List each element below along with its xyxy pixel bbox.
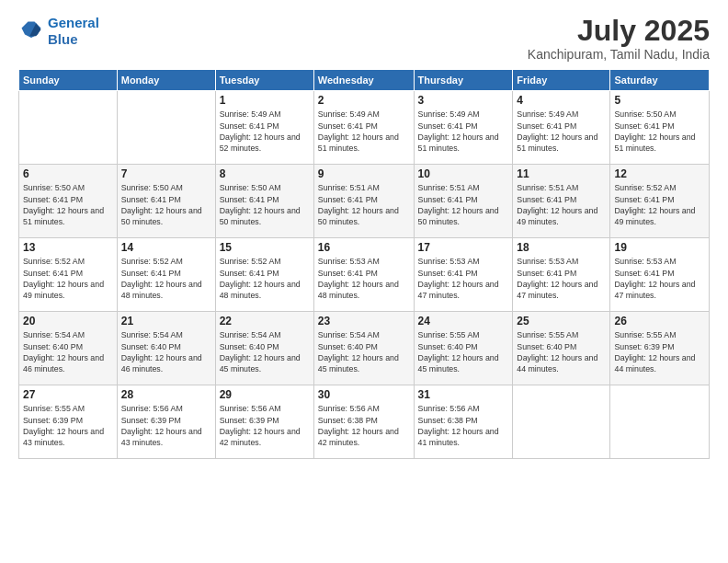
logo-line1: General (48, 15, 99, 30)
logo: General Blue (18, 15, 99, 48)
calendar-cell: 22Sunrise: 5:54 AMSunset: 6:40 PMDayligh… (215, 312, 313, 385)
logo-icon (18, 18, 44, 44)
col-saturday: Saturday (610, 70, 710, 91)
cell-info: Sunrise: 5:51 AMSunset: 6:41 PMDaylight:… (418, 182, 509, 227)
cell-info: Sunrise: 5:50 AMSunset: 6:41 PMDaylight:… (121, 182, 211, 227)
cell-info: Sunrise: 5:50 AMSunset: 6:41 PMDaylight:… (23, 182, 113, 227)
calendar-cell: 20Sunrise: 5:54 AMSunset: 6:40 PMDayligh… (19, 312, 118, 385)
col-tuesday: Tuesday (215, 70, 313, 91)
calendar-cell: 11Sunrise: 5:51 AMSunset: 6:41 PMDayligh… (513, 165, 610, 238)
calendar-cell: 23Sunrise: 5:54 AMSunset: 6:40 PMDayligh… (313, 312, 414, 385)
day-number: 12 (614, 167, 705, 180)
cell-info: Sunrise: 5:56 AMSunset: 6:39 PMDaylight:… (121, 403, 211, 448)
col-wednesday: Wednesday (313, 70, 414, 91)
calendar-cell: 29Sunrise: 5:56 AMSunset: 6:39 PMDayligh… (215, 385, 313, 459)
cell-info: Sunrise: 5:50 AMSunset: 6:41 PMDaylight:… (614, 109, 705, 154)
calendar-week-row: 1Sunrise: 5:49 AMSunset: 6:41 PMDaylight… (19, 91, 710, 165)
day-number: 7 (121, 167, 211, 180)
day-number: 11 (517, 167, 606, 180)
day-number: 30 (318, 388, 410, 401)
cell-info: Sunrise: 5:49 AMSunset: 6:41 PMDaylight:… (220, 109, 310, 154)
calendar-cell: 1Sunrise: 5:49 AMSunset: 6:41 PMDaylight… (215, 91, 313, 165)
cell-info: Sunrise: 5:56 AMSunset: 6:39 PMDaylight:… (220, 403, 310, 448)
calendar-cell: 7Sunrise: 5:50 AMSunset: 6:41 PMDaylight… (117, 165, 215, 238)
logo-text: General Blue (48, 15, 99, 48)
cell-info: Sunrise: 5:52 AMSunset: 6:41 PMDaylight:… (220, 256, 310, 301)
calendar-cell: 14Sunrise: 5:52 AMSunset: 6:41 PMDayligh… (117, 238, 215, 312)
cell-info: Sunrise: 5:54 AMSunset: 6:40 PMDaylight:… (318, 329, 410, 374)
cell-info: Sunrise: 5:55 AMSunset: 6:40 PMDaylight:… (517, 329, 606, 374)
calendar-cell (117, 91, 215, 165)
location: Kanchipuram, Tamil Nadu, India (528, 47, 710, 62)
cell-info: Sunrise: 5:54 AMSunset: 6:40 PMDaylight:… (23, 329, 113, 374)
calendar-cell: 4Sunrise: 5:49 AMSunset: 6:41 PMDaylight… (513, 91, 610, 165)
calendar-cell: 28Sunrise: 5:56 AMSunset: 6:39 PMDayligh… (117, 385, 215, 459)
calendar-cell (513, 385, 610, 459)
calendar-cell: 17Sunrise: 5:53 AMSunset: 6:41 PMDayligh… (414, 238, 513, 312)
month-year: July 2025 (528, 15, 710, 47)
calendar-header-row: Sunday Monday Tuesday Wednesday Thursday… (19, 70, 710, 91)
calendar-cell: 3Sunrise: 5:49 AMSunset: 6:41 PMDaylight… (414, 91, 513, 165)
cell-info: Sunrise: 5:53 AMSunset: 6:41 PMDaylight:… (517, 256, 606, 301)
col-thursday: Thursday (414, 70, 513, 91)
day-number: 21 (121, 315, 211, 327)
col-friday: Friday (513, 70, 610, 91)
header: General Blue July 2025 Kanchipuram, Tami… (18, 15, 710, 62)
cell-info: Sunrise: 5:49 AMSunset: 6:41 PMDaylight:… (418, 109, 509, 154)
calendar-cell: 27Sunrise: 5:55 AMSunset: 6:39 PMDayligh… (19, 385, 118, 459)
col-sunday: Sunday (19, 70, 118, 91)
calendar-cell: 12Sunrise: 5:52 AMSunset: 6:41 PMDayligh… (610, 165, 710, 238)
day-number: 26 (614, 315, 705, 327)
cell-info: Sunrise: 5:52 AMSunset: 6:41 PMDaylight:… (614, 182, 705, 227)
cell-info: Sunrise: 5:54 AMSunset: 6:40 PMDaylight:… (220, 329, 310, 374)
day-number: 10 (418, 167, 509, 180)
cell-info: Sunrise: 5:50 AMSunset: 6:41 PMDaylight:… (220, 182, 310, 227)
day-number: 27 (23, 388, 113, 401)
cell-info: Sunrise: 5:52 AMSunset: 6:41 PMDaylight:… (23, 256, 113, 301)
calendar-cell: 5Sunrise: 5:50 AMSunset: 6:41 PMDaylight… (610, 91, 710, 165)
calendar-cell: 18Sunrise: 5:53 AMSunset: 6:41 PMDayligh… (513, 238, 610, 312)
day-number: 2 (318, 94, 410, 107)
calendar-cell (19, 91, 118, 165)
page: General Blue July 2025 Kanchipuram, Tami… (0, 0, 728, 563)
day-number: 6 (23, 167, 113, 180)
day-number: 17 (418, 241, 509, 254)
calendar-cell: 26Sunrise: 5:55 AMSunset: 6:39 PMDayligh… (610, 312, 710, 385)
cell-info: Sunrise: 5:49 AMSunset: 6:41 PMDaylight:… (517, 109, 606, 154)
cell-info: Sunrise: 5:54 AMSunset: 6:40 PMDaylight:… (121, 329, 211, 374)
cell-info: Sunrise: 5:53 AMSunset: 6:41 PMDaylight:… (418, 256, 509, 301)
day-number: 16 (318, 241, 410, 254)
day-number: 23 (318, 315, 410, 327)
day-number: 1 (220, 94, 310, 107)
calendar-week-row: 13Sunrise: 5:52 AMSunset: 6:41 PMDayligh… (19, 238, 710, 312)
day-number: 20 (23, 315, 113, 327)
day-number: 8 (220, 167, 310, 180)
calendar-cell: 8Sunrise: 5:50 AMSunset: 6:41 PMDaylight… (215, 165, 313, 238)
day-number: 3 (418, 94, 509, 107)
cell-info: Sunrise: 5:56 AMSunset: 6:38 PMDaylight:… (418, 403, 509, 448)
cell-info: Sunrise: 5:52 AMSunset: 6:41 PMDaylight:… (121, 256, 211, 301)
calendar-cell: 9Sunrise: 5:51 AMSunset: 6:41 PMDaylight… (313, 165, 414, 238)
day-number: 24 (418, 315, 509, 327)
cell-info: Sunrise: 5:56 AMSunset: 6:38 PMDaylight:… (318, 403, 410, 448)
cell-info: Sunrise: 5:55 AMSunset: 6:39 PMDaylight:… (23, 403, 113, 448)
day-number: 29 (220, 388, 310, 401)
calendar-cell: 21Sunrise: 5:54 AMSunset: 6:40 PMDayligh… (117, 312, 215, 385)
calendar-cell: 15Sunrise: 5:52 AMSunset: 6:41 PMDayligh… (215, 238, 313, 312)
calendar-cell: 6Sunrise: 5:50 AMSunset: 6:41 PMDaylight… (19, 165, 118, 238)
calendar-cell: 16Sunrise: 5:53 AMSunset: 6:41 PMDayligh… (313, 238, 414, 312)
calendar-cell: 24Sunrise: 5:55 AMSunset: 6:40 PMDayligh… (414, 312, 513, 385)
day-number: 9 (318, 167, 410, 180)
calendar-cell: 25Sunrise: 5:55 AMSunset: 6:40 PMDayligh… (513, 312, 610, 385)
day-number: 31 (418, 388, 509, 401)
day-number: 25 (517, 315, 606, 327)
cell-info: Sunrise: 5:51 AMSunset: 6:41 PMDaylight:… (318, 182, 410, 227)
calendar-cell: 2Sunrise: 5:49 AMSunset: 6:41 PMDaylight… (313, 91, 414, 165)
day-number: 18 (517, 241, 606, 254)
calendar-cell: 30Sunrise: 5:56 AMSunset: 6:38 PMDayligh… (313, 385, 414, 459)
day-number: 15 (220, 241, 310, 254)
title-block: July 2025 Kanchipuram, Tamil Nadu, India (528, 15, 710, 62)
day-number: 28 (121, 388, 211, 401)
calendar-cell: 10Sunrise: 5:51 AMSunset: 6:41 PMDayligh… (414, 165, 513, 238)
day-number: 22 (220, 315, 310, 327)
